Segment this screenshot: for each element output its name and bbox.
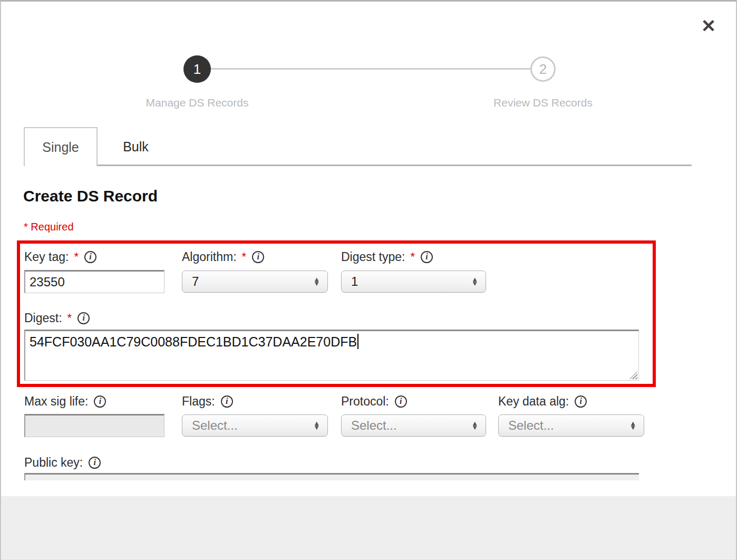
max-sig-life-input[interactable] — [24, 414, 164, 437]
info-icon[interactable]: i — [221, 395, 233, 408]
info-icon[interactable]: i — [89, 457, 101, 469]
digest-type-label: Digest type: * i — [341, 249, 433, 264]
required-asterisk: * — [242, 250, 247, 264]
info-icon[interactable]: i — [252, 251, 264, 263]
key-tag-label: Key tag: * i — [24, 249, 96, 264]
step-1-circle: 1 — [183, 55, 211, 83]
info-icon[interactable]: i — [77, 312, 90, 324]
page-title: Create DS Record — [23, 187, 158, 205]
algorithm-label-text: Algorithm: — [182, 250, 237, 264]
public-key-textarea[interactable] — [24, 473, 639, 480]
flags-label-text: Flags: — [182, 394, 215, 409]
select-arrows-icon: ▲▼ — [471, 421, 478, 430]
max-sig-life-label: Max sig life: i — [24, 394, 106, 409]
tab-single[interactable]: Single — [24, 127, 98, 166]
select-arrows-icon: ▲▼ — [313, 421, 320, 430]
modal-footer: Cancel Back Next — [1, 496, 736, 560]
stepper-connector — [210, 68, 531, 70]
key-tag-input[interactable] — [24, 270, 164, 293]
digest-type-label-text: Digest type: — [341, 250, 405, 264]
tab-bulk[interactable]: Bulk — [98, 127, 174, 166]
flags-label: Flags: i — [182, 394, 233, 409]
required-asterisk: * — [74, 250, 79, 264]
key-data-alg-select[interactable]: Select... ▲▼ — [498, 414, 644, 437]
algorithm-select-value: 7 — [182, 274, 313, 289]
info-icon[interactable]: i — [421, 251, 433, 263]
digest-value: 54FCF030AA1C79C0088FDEC1BD1C37DAA2E70DFB — [30, 334, 357, 349]
algorithm-select[interactable]: 7 ▲▼ — [182, 271, 328, 293]
protocol-label-text: Protocol: — [341, 394, 389, 409]
info-icon[interactable]: i — [395, 395, 407, 408]
step-1-label: Manage DS Records — [113, 96, 282, 109]
key-data-alg-select-value: Select... — [499, 418, 629, 433]
info-icon[interactable]: i — [575, 395, 587, 408]
digest-type-select-value: 1 — [342, 274, 471, 289]
step-2-circle: 2 — [530, 56, 556, 82]
select-arrows-icon: ▲▼ — [471, 277, 478, 286]
public-key-label: Public key: i — [24, 455, 101, 470]
protocol-select[interactable]: Select... ▲▼ — [341, 414, 486, 437]
digest-textarea[interactable]: 54FCF030AA1C79C0088FDEC1BD1C37DAA2E70DFB — [24, 330, 639, 381]
public-key-label-text: Public key: — [24, 456, 83, 470]
max-sig-life-label-text: Max sig life: — [24, 394, 88, 409]
digest-label-text: Digest: — [24, 311, 62, 325]
text-cursor — [357, 334, 358, 349]
algorithm-label: Algorithm: * i — [182, 249, 264, 264]
key-data-alg-label-text: Key data alg: — [498, 394, 569, 409]
required-note: * Required — [24, 221, 74, 233]
close-icon[interactable]: ✕ — [697, 14, 720, 37]
flags-select[interactable]: Select... ▲▼ — [182, 414, 328, 437]
required-asterisk: * — [410, 250, 415, 264]
key-data-alg-label: Key data alg: i — [498, 394, 587, 409]
required-asterisk: * — [67, 311, 72, 325]
protocol-select-value: Select... — [342, 418, 471, 433]
resize-handle[interactable] — [629, 371, 637, 379]
key-tag-label-text: Key tag: — [24, 250, 69, 264]
flags-select-value: Select... — [182, 418, 313, 433]
protocol-label: Protocol: i — [341, 394, 407, 409]
select-arrows-icon: ▲▼ — [313, 277, 320, 286]
digest-label: Digest: * i — [24, 311, 90, 325]
create-ds-record-modal: ✕ 1 2 Manage DS Records Review DS Record… — [0, 0, 737, 560]
digest-type-select[interactable]: 1 ▲▼ — [341, 271, 486, 293]
info-icon[interactable]: i — [94, 395, 106, 408]
step-2-label: Review DS Records — [459, 96, 627, 109]
select-arrows-icon: ▲▼ — [629, 421, 636, 430]
info-icon[interactable]: i — [84, 251, 96, 263]
